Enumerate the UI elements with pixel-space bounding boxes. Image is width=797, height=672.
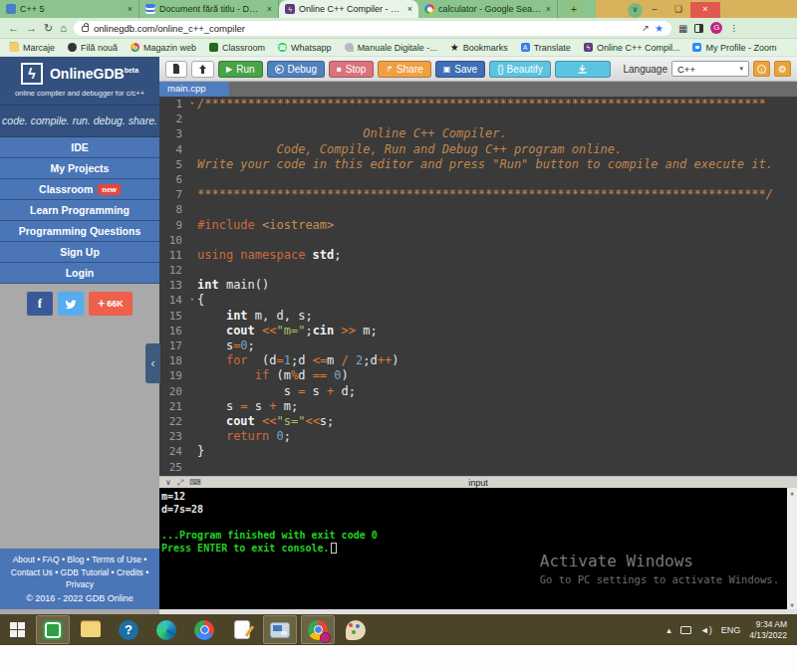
file-tab-main-cpp[interactable]: main.cpp — [159, 82, 229, 97]
url-field[interactable]: onlinegdb.com/online_c++_compiler ↗ ★ — [74, 21, 671, 36]
google-chrome-taskbar-button[interactable] — [188, 616, 220, 643]
console-output[interactable]: m=12d=7s=28 ...Program finished with exi… — [159, 488, 797, 609]
document-editor-taskbar-button[interactable] — [226, 616, 258, 643]
file-explorer-taskbar-button[interactable] — [75, 616, 107, 643]
info-button[interactable]: i — [753, 61, 770, 77]
reload-icon[interactable]: ↻ — [44, 22, 53, 35]
tab-search-icon[interactable]: ∨ — [628, 3, 643, 18]
addthis-share-button[interactable]: +66K — [89, 292, 133, 316]
forward-icon[interactable]: → — [26, 22, 37, 34]
language-select[interactable]: C++▾ — [671, 61, 749, 77]
stop-button[interactable]: ■Stop — [329, 61, 374, 78]
sidebar-collapse-handle[interactable]: ‹ — [145, 343, 160, 383]
code-token: ; — [334, 248, 341, 262]
beautify-button[interactable]: {} Beautify — [489, 61, 551, 78]
fold-marker-icon[interactable]: ▾ — [190, 97, 194, 112]
start-button[interactable] — [0, 614, 34, 645]
bookmark-item[interactable]: My Profile - Zoom — [692, 43, 776, 53]
store-app-icon — [45, 622, 61, 638]
profile-avatar[interactable]: G — [710, 22, 722, 34]
bookmark-item[interactable]: Filă nouă — [68, 43, 118, 53]
bookmark-item[interactable]: ATranslate — [521, 43, 571, 53]
code-token: = — [277, 353, 284, 367]
browser-tab[interactable]: calculator - Google Search× — [418, 0, 558, 18]
code-editor[interactable]: 1▾/*************************************… — [159, 97, 797, 476]
close-button[interactable]: × — [690, 2, 720, 18]
tab-close-icon[interactable]: × — [546, 4, 551, 14]
code-token: cout — [226, 414, 255, 428]
browser-tab[interactable]: Document fără titlu - Documente× — [139, 0, 279, 18]
run-button[interactable]: ▶Run — [218, 61, 263, 78]
bookmark-item[interactable]: Marcaje — [10, 43, 55, 53]
code-token: s — [305, 384, 327, 398]
bookmark-star-icon[interactable]: ★ — [655, 23, 664, 34]
tab-close-icon[interactable]: × — [128, 4, 133, 14]
microsoft-edge-taskbar-button[interactable] — [150, 616, 182, 643]
sidebar-item-learn-programming[interactable]: Learn Programming — [0, 200, 159, 221]
code-token: m — [327, 353, 341, 367]
share-button[interactable]: ↱Share — [378, 61, 430, 78]
code-line: 12 — [159, 263, 797, 278]
bookmark-item[interactable]: Manuale Digitale -... — [345, 43, 437, 53]
tab-close-icon[interactable]: × — [267, 4, 272, 14]
settings-gear-button[interactable]: ⚙ — [774, 61, 791, 77]
sidebar-item-sign-up[interactable]: Sign Up — [0, 242, 159, 263]
fold-marker-icon[interactable]: ▾ — [190, 293, 194, 308]
browser-tab[interactable]: C++ 5× — [0, 0, 139, 18]
bookmark-item[interactable]: ★Bookmarks — [450, 43, 508, 53]
sidebar-item-classroom[interactable]: Classroomnew — [0, 179, 159, 200]
clock[interactable]: 9:34 AM4/13/2022 — [749, 619, 787, 640]
network-icon[interactable] — [680, 626, 691, 634]
save-button[interactable]: ▣Save — [435, 61, 485, 78]
back-icon[interactable]: ← — [8, 22, 19, 34]
code-token — [334, 324, 341, 337]
line-number: 5 — [159, 157, 187, 172]
minimize-button[interactable]: – — [643, 2, 666, 18]
home-icon[interactable]: ⌂ — [60, 22, 67, 34]
bookmark-item[interactable]: Classroom — [209, 43, 265, 53]
debug-button[interactable]: ▶Debug — [267, 61, 325, 78]
code-token: s — [197, 338, 233, 352]
display-settings-taskbar-button[interactable] — [264, 616, 296, 643]
paint-taskbar-button[interactable] — [340, 616, 372, 643]
facebook-icon[interactable]: f — [27, 292, 53, 316]
console-scrollbar[interactable]: ▲▼ — [787, 488, 797, 609]
code-token: d — [298, 368, 312, 382]
sidebar-item-my-projects[interactable]: My Projects — [0, 158, 159, 179]
code-token: == — [313, 368, 327, 382]
code-token — [197, 368, 255, 382]
sidebar-item-programming-questions[interactable]: Programming Questions — [0, 221, 159, 242]
sidebar-footer: About • FAQ • Blog • Terms of Use • Cont… — [0, 549, 159, 609]
microsoft-edge-icon — [156, 620, 176, 640]
maximize-button[interactable]: ❏ — [666, 2, 690, 18]
tray-chevron-up-icon[interactable]: ▴ — [666, 625, 671, 635]
side-panel-icon[interactable] — [694, 24, 703, 33]
footer-links[interactable]: About • FAQ • Blog • Terms of Use • Cont… — [6, 554, 153, 591]
sidebar-item-ide[interactable]: IDE — [0, 137, 159, 158]
extensions-puzzle-icon[interactable]: ▦ — [678, 23, 687, 34]
sidebar-item-login[interactable]: Login — [0, 263, 159, 284]
language-indicator[interactable]: ENG — [721, 625, 741, 635]
code-token — [255, 218, 262, 232]
code-text: using namespace std; — [197, 248, 342, 263]
url-text[interactable]: onlinegdb.com/online_c++_compiler — [94, 23, 637, 34]
tab-close-icon[interactable]: × — [407, 4, 412, 14]
get-help-taskbar-button[interactable]: ? — [113, 616, 144, 643]
browser-tab[interactable]: ϟOnline C++ Compiler - online ed× — [279, 0, 418, 18]
store-app-taskbar-button[interactable] — [37, 616, 69, 643]
menu-dots-icon[interactable]: ⋮ — [729, 23, 738, 33]
bookmark-item[interactable]: ☎Whatsapp — [278, 43, 332, 53]
share-page-icon[interactable]: ↗ — [642, 23, 650, 33]
code-token: "m=" — [277, 324, 306, 337]
new-file-button[interactable] — [165, 61, 187, 78]
open-project-button[interactable] — [191, 61, 214, 78]
speaker-icon[interactable]: ◄) — [700, 625, 712, 635]
twitter-icon[interactable] — [58, 292, 84, 316]
code-text: int m, d, s; — [197, 309, 313, 324]
bookmark-item[interactable]: Magazin web — [131, 43, 196, 53]
code-line: 10 — [159, 233, 797, 248]
bookmark-item[interactable]: ϟOnline C++ Compil... — [584, 43, 680, 53]
chrome-profile-taskbar-button[interactable] — [302, 616, 334, 643]
new-tab-button[interactable]: + — [566, 2, 582, 18]
download-button[interactable] — [555, 61, 611, 78]
